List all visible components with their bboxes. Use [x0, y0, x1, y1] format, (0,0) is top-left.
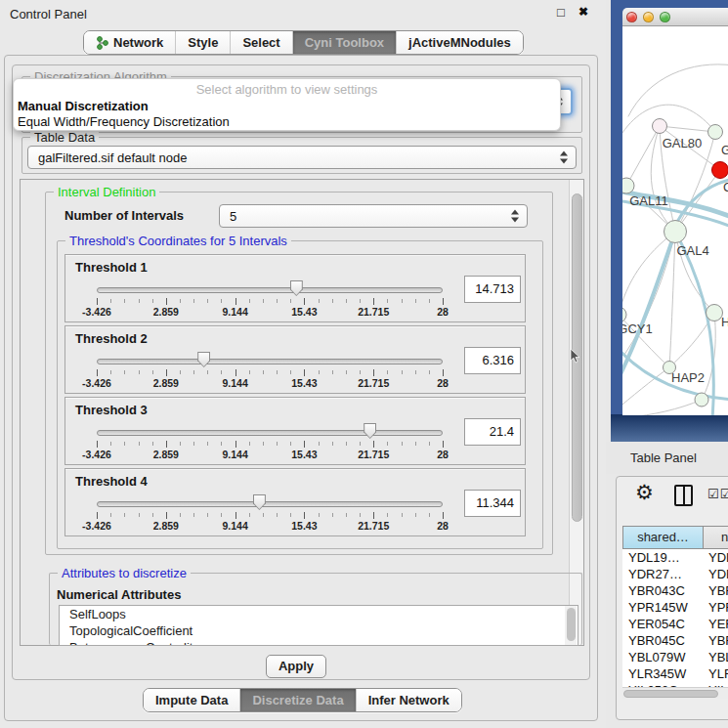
network-node[interactable] [622, 178, 634, 193]
gear-icon[interactable]: ⚙ [635, 481, 654, 504]
network-node[interactable] [622, 307, 626, 322]
tick-mark [304, 512, 305, 519]
node-label: GCY1 [622, 321, 653, 336]
cell-shared-name[interactable]: YBR045C [628, 633, 685, 648]
dropdown-placeholder-item[interactable]: Select algorithm to view settings [14, 82, 560, 97]
tick-mark [139, 513, 140, 517]
cell-name[interactable]: YER0 [708, 617, 728, 631]
attribute-list-item[interactable]: SelfLoops [60, 606, 578, 622]
tab-network[interactable]: Network [84, 31, 176, 54]
float-icon[interactable]: □ [557, 5, 565, 20]
slider-track[interactable] [97, 287, 443, 293]
attribute-list-item[interactable]: BetweennessCentrality [60, 639, 578, 646]
gray-edge[interactable] [626, 126, 660, 186]
close-traffic-light-icon[interactable] [626, 12, 637, 22]
table-row[interactable]: YBR045CYBR0 [622, 632, 728, 649]
slider-track[interactable] [97, 359, 443, 364]
attribute-list-item[interactable]: TopologicalCoefficient [60, 622, 578, 639]
table-row[interactable]: YER054CYER0 [622, 616, 728, 632]
network-node[interactable] [664, 221, 687, 243]
tick-mark [221, 370, 222, 374]
table-rows[interactable]: YDL19…YDL1YDR27…YDR2YBR043CYBR0YPR145WYP… [622, 549, 728, 687]
tab-style[interactable]: Style [176, 31, 231, 54]
tab-jactivemnodules[interactable]: jActiveMNodules [397, 31, 523, 54]
cell-name[interactable]: YBR0 [708, 633, 728, 648]
apply-button[interactable]: Apply [266, 655, 326, 678]
tab-discretize-data[interactable]: Discretize Data [240, 689, 356, 711]
scrollbar-thumb[interactable] [623, 690, 718, 698]
tick-mark [402, 513, 403, 517]
tab-impute-data[interactable]: Impute Data [144, 689, 240, 711]
cell-name[interactable]: YDR2 [708, 567, 728, 581]
slider-thumb[interactable] [197, 352, 210, 367]
threshold-panel: Threshold 2 -3.4262.8599.14415.4321.7152… [64, 325, 526, 394]
cell-shared-name[interactable]: YLR345W [628, 666, 686, 681]
dropdown-item-manual[interactable]: Manual Discretization [18, 99, 149, 113]
column-header-name[interactable]: na [703, 526, 728, 549]
cell-name[interactable]: YLR3 [708, 666, 728, 681]
node-label: H [721, 315, 728, 329]
gray-edge[interactable] [628, 64, 728, 116]
table-row[interactable]: YDL19…YDL1 [622, 549, 728, 566]
scrollbar-thumb[interactable] [567, 608, 576, 641]
table-row[interactable]: YBR043CYBR0 [622, 582, 728, 599]
tab-select[interactable]: Select [231, 31, 292, 54]
network-node[interactable] [712, 162, 728, 179]
cell-name[interactable]: YBL0 [708, 650, 728, 664]
attributes-list-scrollbar[interactable] [565, 606, 577, 645]
network-canvas[interactable]: GAL80GACGAL11GAL4GCY1HHAP2 [622, 26, 728, 415]
cell-name[interactable]: YDL1 [708, 550, 728, 565]
column-header-shared[interactable]: shared… [622, 526, 704, 549]
cell-name[interactable]: YPR1 [708, 600, 728, 615]
gray-edge[interactable] [660, 126, 715, 132]
select-columns-icon[interactable]: ☑☑ [707, 487, 728, 501]
cell-shared-name[interactable]: YDR27… [628, 567, 682, 581]
table-row[interactable]: YPR145WYPR1 [622, 599, 728, 616]
threshold-value-field[interactable]: 14.713 [464, 276, 521, 303]
node-label: GAL11 [629, 193, 668, 208]
tab-cyni-toolbox[interactable]: Cyni Toolbox [293, 31, 397, 54]
table-row[interactable]: YLR345WYLR3 [622, 665, 728, 682]
tab-infer-network[interactable]: Infer Network [357, 689, 461, 711]
network-node[interactable] [653, 119, 667, 134]
tick-mark [152, 513, 153, 517]
tick-mark [443, 298, 444, 305]
network-window-titlebar[interactable] [622, 8, 728, 26]
tick-mark [304, 441, 305, 448]
slider-track[interactable] [97, 430, 443, 436]
cell-shared-name[interactable]: YPR145W [628, 600, 688, 615]
table-row[interactable]: YBL079WYBL0 [622, 649, 728, 665]
number-of-intervals-combobox[interactable]: 5 [219, 204, 528, 228]
column-layout-icon[interactable] [674, 485, 693, 506]
network-node[interactable] [707, 305, 723, 321]
teal-edge[interactable] [675, 232, 713, 415]
network-node[interactable] [695, 393, 708, 407]
tick-mark [263, 299, 264, 303]
slider-thumb[interactable] [253, 494, 266, 510]
table-row[interactable]: YDR27…YDR2 [622, 566, 728, 582]
threshold-value-field[interactable]: 11.344 [464, 490, 521, 517]
tick-mark [277, 299, 278, 303]
threshold-value-field[interactable]: 6.316 [464, 347, 521, 374]
slider-thumb[interactable] [364, 423, 376, 439]
table-data-combobox[interactable]: galFiltered.sif default node [27, 146, 577, 169]
cell-shared-name[interactable]: YBR043C [628, 583, 685, 598]
cell-shared-name[interactable]: YER054C [628, 617, 685, 631]
stepper-arrows-icon [560, 151, 569, 164]
cell-name[interactable]: YBR0 [708, 583, 728, 598]
network-node[interactable] [708, 125, 723, 140]
tick-mark [236, 298, 236, 305]
cell-shared-name[interactable]: YBL079W [628, 650, 686, 664]
cell-shared-name[interactable]: YDL19… [628, 550, 680, 565]
mouse-cursor [570, 349, 580, 364]
slider-track[interactable] [97, 501, 443, 507]
minimize-traffic-light-icon[interactable] [643, 12, 654, 22]
dropdown-item-equal-width[interactable]: Equal Width/Frequency Discretization [18, 114, 230, 129]
gray-edge[interactable] [628, 400, 702, 415]
slider-thumb[interactable] [290, 280, 303, 296]
close-icon[interactable]: ✖ [578, 5, 588, 19]
zoom-traffic-light-icon[interactable] [660, 12, 670, 22]
threshold-value-field[interactable]: 21.4 [464, 418, 521, 446]
table-horizontal-scrollbar[interactable] [622, 687, 728, 699]
numerical-attributes-list[interactable]: SelfLoopsTopologicalCoefficientBetweenne… [59, 605, 578, 646]
